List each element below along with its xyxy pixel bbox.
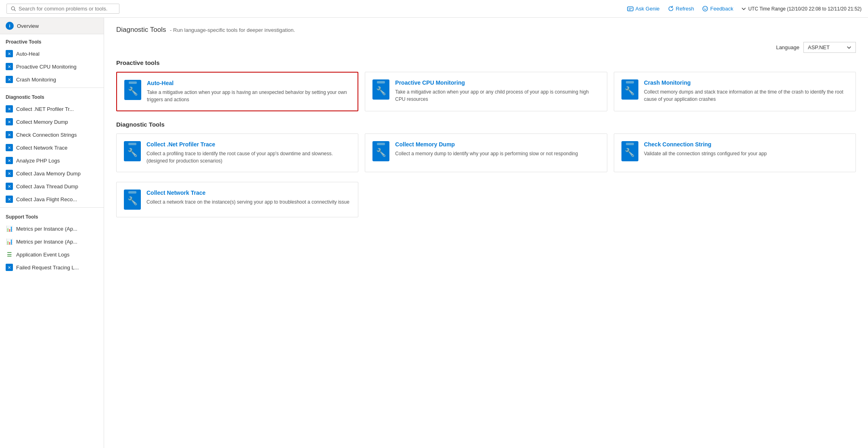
tool-icon: ✕ — [6, 118, 13, 125]
language-dropdown[interactable]: ASP.NET — [803, 42, 856, 53]
sidebar-item-java-thread-dump[interactable]: ✕ Collect Java Thread Dump — [0, 180, 104, 193]
sidebar-item-label: Collect Java Flight Reco... — [16, 196, 77, 202]
topbar-actions: Ask Genie Refresh Feedback UTC Time Rang… — [627, 6, 862, 12]
sidebar-item-label: Check Connection Strings — [16, 132, 77, 138]
card-desc: Collect a network trace on the instance(… — [146, 198, 351, 206]
chevron-down-icon — [741, 6, 746, 11]
sidebar-item-label: Collect Network Trace — [16, 145, 67, 151]
sidebar-divider-2 — [0, 207, 104, 208]
sidebar-item-metrics-1[interactable]: 📊 Metrics per Instance (Ap... — [0, 222, 104, 235]
card-net-profiler[interactable]: 🔧 Collect .Net Profiler Trace Collect a … — [116, 133, 358, 172]
sidebar-item-memory-dump[interactable]: ✕ Collect Memory Dump — [0, 115, 104, 128]
card-icon: 🔧 — [124, 190, 141, 210]
sidebar-item-label: Crash Monitoring — [16, 77, 56, 83]
genie-icon — [627, 6, 634, 12]
search-bar[interactable] — [6, 4, 119, 14]
card-crash-monitoring[interactable]: 🔧 Crash Monitoring Collect memory dumps … — [614, 72, 856, 111]
card-desc: Take a mitigative action when your app o… — [395, 88, 599, 103]
support-tools-section-title: Support Tools — [0, 209, 104, 222]
wrench-icon: 🔧 — [376, 86, 386, 96]
refresh-label: Refresh — [676, 6, 694, 12]
tool-icon: ✕ — [6, 144, 13, 151]
sidebar-divider — [0, 88, 104, 88]
card-memory-dump[interactable]: 🔧 Collect Memory Dump Collect a memory d… — [365, 133, 607, 172]
sidebar-item-net-profiler[interactable]: ✕ Collect .NET Profiler Tr... — [0, 102, 104, 115]
chevron-down-icon — [847, 45, 851, 50]
time-range-selector[interactable]: UTC Time Range (12/10/20 22:08 to 12/11/… — [741, 6, 862, 12]
feedback-label: Feedback — [710, 6, 733, 12]
sidebar-item-php-logs[interactable]: ✕ Analyze PHP Logs — [0, 154, 104, 167]
svg-point-5 — [703, 6, 707, 11]
sidebar-item-label: Collect .NET Profiler Tr... — [16, 106, 74, 112]
tool-icon: ✕ — [6, 105, 13, 113]
language-value: ASP.NET — [808, 44, 830, 50]
card-connection-string[interactable]: 🔧 Check Connection String Validate all t… — [614, 133, 856, 172]
sidebar-item-proactive-cpu[interactable]: ✕ Proactive CPU Monitoring — [0, 60, 104, 73]
svg-point-6 — [704, 8, 705, 8]
card-body: Collect Network Trace Collect a network … — [146, 190, 351, 206]
tool-icon: ✕ — [6, 131, 13, 138]
sidebar-item-label: Application Event Logs — [16, 252, 69, 258]
card-icon: 🔧 — [621, 79, 638, 100]
card-icon: 🔧 — [372, 141, 389, 161]
search-icon — [11, 6, 16, 12]
search-input[interactable] — [19, 6, 115, 12]
wrench-icon: 🔧 — [128, 196, 138, 206]
card-body: Auto-Heal Take a mitigative action when … — [147, 80, 350, 103]
sidebar-item-failed-request[interactable]: ✕ Failed Request Tracing L... — [0, 261, 104, 274]
sidebar-item-metrics-2[interactable]: 📊 Metrics per Instance (Ap... — [0, 235, 104, 248]
content-header: Diagnostic Tools - Run language-specific… — [116, 26, 856, 34]
lines-icon: ☰ — [6, 251, 13, 258]
content-area: Diagnostic Tools - Run language-specific… — [104, 18, 868, 448]
language-label: Language — [776, 44, 799, 50]
wrench-icon: 🔧 — [128, 86, 138, 96]
chart-icon: 📊 — [6, 238, 13, 245]
card-body: Crash Monitoring Collect memory dumps an… — [644, 79, 848, 103]
sidebar-item-connection-strings[interactable]: ✕ Check Connection Strings — [0, 128, 104, 141]
card-icon: 🔧 — [124, 141, 141, 161]
proactive-tools-section-title: Proactive Tools — [0, 34, 104, 47]
tool-icon: ✕ — [6, 170, 13, 177]
overview-label: Overview — [17, 23, 39, 29]
sidebar-item-label: Proactive CPU Monitoring — [16, 64, 77, 70]
sidebar-item-app-event-logs[interactable]: ☰ Application Event Logs — [0, 248, 104, 261]
time-range-label: UTC Time Range (12/10/20 22:08 to 12/11/… — [748, 6, 862, 12]
ask-genie-button[interactable]: Ask Genie — [627, 6, 660, 12]
tool-icon: ✕ — [6, 264, 13, 271]
sidebar: i Overview Proactive Tools ✕ Auto-Heal ✕… — [0, 18, 104, 448]
sidebar-item-label: Analyze PHP Logs — [16, 158, 60, 164]
feedback-icon — [702, 6, 708, 12]
feedback-button[interactable]: Feedback — [702, 6, 733, 12]
tool-icon: ✕ — [6, 76, 13, 83]
sidebar-item-network-trace[interactable]: ✕ Collect Network Trace — [0, 141, 104, 154]
diagnostic-tools-section-title: Diagnostic Tools — [0, 90, 104, 102]
sidebar-item-auto-heal[interactable]: ✕ Auto-Heal — [0, 47, 104, 60]
sidebar-item-label: Collect Java Memory Dump — [16, 171, 81, 177]
wrench-icon: 🔧 — [376, 148, 386, 157]
content-title: Diagnostic Tools — [116, 26, 166, 33]
tool-icon: ✕ — [6, 183, 13, 190]
card-network-trace[interactable]: 🔧 Collect Network Trace Collect a networ… — [116, 182, 358, 217]
tool-icon: ✕ — [6, 63, 13, 70]
card-icon: 🔧 — [621, 141, 638, 161]
sidebar-item-label: Auto-Heal — [16, 51, 40, 57]
sidebar-item-crash-monitoring[interactable]: ✕ Crash Monitoring — [0, 73, 104, 86]
card-title: Check Connection String — [644, 141, 848, 148]
card-desc: Collect memory dumps and stack trace inf… — [644, 88, 848, 103]
wrench-icon: 🔧 — [625, 86, 635, 96]
language-selector: Language ASP.NET — [116, 42, 856, 53]
card-auto-heal[interactable]: 🔧 Auto-Heal Take a mitigative action whe… — [116, 72, 358, 111]
diagnostic-section-title: Diagnostic Tools — [116, 121, 856, 128]
diagnostic-cards-grid: 🔧 Collect .Net Profiler Trace Collect a … — [116, 133, 856, 172]
sidebar-item-label: Collect Java Thread Dump — [16, 183, 78, 190]
topbar: Ask Genie Refresh Feedback UTC Time Rang… — [0, 0, 868, 18]
card-proactive-cpu[interactable]: 🔧 Proactive CPU Monitoring Take a mitiga… — [365, 72, 607, 111]
svg-line-1 — [15, 10, 16, 11]
sidebar-item-java-flight-rec[interactable]: ✕ Collect Java Flight Reco... — [0, 193, 104, 206]
sidebar-item-java-memory-dump[interactable]: ✕ Collect Java Memory Dump — [0, 167, 104, 180]
diagnostic-cards-bottom-grid: 🔧 Collect Network Trace Collect a networ… — [116, 182, 856, 217]
refresh-button[interactable]: Refresh — [668, 6, 694, 12]
sidebar-overview[interactable]: i Overview — [0, 18, 104, 34]
card-desc: Validate all the connection strings conf… — [644, 150, 848, 157]
card-desc: Take a mitigative action when your app i… — [147, 89, 350, 103]
